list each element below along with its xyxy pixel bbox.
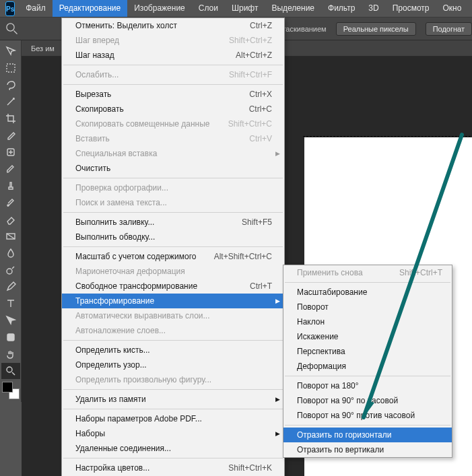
- menu-item-label: Очистить: [75, 164, 272, 173]
- menu-item-label: Определить произвольную фигуру...: [75, 375, 272, 384]
- transform-submenu-item[interactable]: Перспектива: [283, 344, 452, 359]
- transform-submenu-item[interactable]: Поворот: [283, 300, 452, 314]
- actual-pixels-button[interactable]: Реальные пикселы: [336, 22, 416, 36]
- svg-point-4: [7, 205, 9, 206]
- menu-item-label: Скопировать: [75, 104, 249, 114]
- menu-item-label: Наклон: [297, 317, 442, 327]
- menu-item-shortcut: Ctrl+T: [250, 281, 272, 291]
- menu-редактирование[interactable]: Редактирование: [53, 0, 127, 17]
- edit-menu-item[interactable]: СкопироватьCtrl+C: [62, 102, 284, 116]
- svg-point-6: [7, 269, 12, 274]
- menu-item-shortcut: Shift+Ctrl+C: [228, 119, 272, 129]
- submenu-arrow-icon: ▶: [275, 430, 280, 437]
- edit-menu-item[interactable]: Трансформирование▶: [62, 294, 284, 308]
- transform-submenu-item[interactable]: Наклон: [283, 314, 452, 329]
- edit-menu-item[interactable]: Выполнить заливку...Shift+F5: [62, 215, 284, 230]
- transform-submenu-item[interactable]: Поворот на 90° против часовой: [283, 408, 452, 423]
- edit-menu-item[interactable]: Отменить: Выделить холстCtrl+Z: [62, 18, 284, 33]
- edit-menu-item[interactable]: Наборы параметров Adobe PDF...: [62, 411, 284, 426]
- submenu-arrow-icon: ▶: [275, 396, 280, 403]
- transform-submenu-item[interactable]: Поворот на 180°: [283, 378, 452, 393]
- tool-marquee[interactable]: [1, 60, 20, 76]
- menu-item-label: Шаг назад: [75, 50, 236, 60]
- edit-menu-item: Специальная вставка▶: [62, 146, 284, 161]
- edit-menu-item[interactable]: Определить кисть...: [62, 343, 284, 358]
- menu-item-shortcut: Alt+Shift+Ctrl+C: [214, 252, 272, 261]
- menu-item-label: Определить кисть...: [75, 345, 272, 355]
- tool-pen[interactable]: [1, 279, 20, 295]
- menu-item-label: Свободное трансформирование: [75, 281, 250, 291]
- tool-gradient[interactable]: [1, 228, 20, 244]
- tool-eyedrop[interactable]: [1, 127, 20, 143]
- tool-lasso[interactable]: [1, 77, 20, 93]
- transform-submenu-item[interactable]: Искажение: [283, 329, 452, 344]
- edit-menu-item[interactable]: Удаленные соединения...: [62, 441, 284, 456]
- tool-eraser[interactable]: [1, 211, 20, 228]
- toolbox: [0, 40, 22, 402]
- menu-файл[interactable]: Файл: [19, 0, 53, 17]
- transform-submenu-item[interactable]: Отразить по вертикали: [283, 442, 452, 457]
- menubar: Ps ФайлРедактированиеИзображениеСлоиШриф…: [0, 0, 472, 18]
- tool-dodge[interactable]: [1, 262, 20, 278]
- transform-submenu-item[interactable]: Поворот на 90° по часовой: [283, 393, 452, 408]
- edit-menu-item[interactable]: Удалить из памяти▶: [62, 392, 284, 407]
- edit-menu-item[interactable]: Наборы▶: [62, 426, 284, 441]
- tool-wand[interactable]: [1, 94, 20, 110]
- menu-item-label: Определить узор...: [75, 360, 272, 370]
- menu-item-shortcut: Shift+Ctrl+K: [228, 463, 272, 473]
- tool-history[interactable]: [1, 195, 20, 211]
- menu-item-label: Поворот на 90° по часовой: [297, 396, 442, 405]
- edit-menu-item[interactable]: Масштаб с учетом содержимогоAlt+Shift+Ct…: [62, 249, 284, 264]
- menu-изображение[interactable]: Изображение: [127, 0, 192, 17]
- menu-выделение[interactable]: Выделение: [265, 0, 321, 17]
- tool-brush[interactable]: [1, 161, 20, 177]
- menu-просмотр[interactable]: Просмотр: [386, 0, 436, 17]
- edit-menu-item[interactable]: Выполнить обводку...: [62, 230, 284, 244]
- menu-item-label: Удалить из памяти: [75, 395, 272, 404]
- edit-menu-item[interactable]: Шаг назадAlt+Ctrl+Z: [62, 48, 284, 63]
- tool-move[interactable]: [1, 43, 20, 59]
- menu-item-label: Марионеточная деформация: [75, 267, 272, 276]
- zoom-icon[interactable]: [5, 22, 19, 36]
- menu-item-label: Скопировать совмещенные данные: [75, 119, 228, 129]
- tool-heal[interactable]: [1, 144, 20, 160]
- svg-point-0: [7, 23, 14, 30]
- menu-шрифт[interactable]: Шрифт: [225, 0, 265, 17]
- edit-menu-item[interactable]: Очистить: [62, 161, 284, 176]
- menu-item-label: Наборы параметров Adobe PDF...: [75, 414, 272, 423]
- menu-item-label: Трансформирование: [75, 296, 272, 306]
- menu-сп[interactable]: Сп: [468, 0, 472, 17]
- tool-stamp[interactable]: [1, 178, 20, 194]
- transform-submenu-item[interactable]: Отразить по горизонтали: [283, 428, 452, 442]
- edit-menu-item[interactable]: Настройка цветов...Shift+Ctrl+K: [62, 461, 284, 475]
- edit-menu-item[interactable]: Определить узор...: [62, 358, 284, 372]
- tool-hand[interactable]: [1, 346, 20, 362]
- tool-crop[interactable]: [1, 110, 20, 127]
- color-swatches[interactable]: [2, 382, 20, 399]
- tool-blur[interactable]: [1, 245, 20, 261]
- menu-item-label: Применить снова: [297, 268, 399, 277]
- menu-item-label: Проверка орфографии...: [75, 183, 272, 193]
- transform-submenu-item[interactable]: Деформация: [283, 359, 452, 374]
- tool-path[interactable]: [1, 312, 20, 329]
- menu-item-label: Отразить по вертикали: [297, 445, 442, 454]
- tool-zoom[interactable]: [1, 363, 20, 379]
- menu-item-label: Выполнить заливку...: [75, 217, 242, 227]
- transform-submenu-item[interactable]: Масштабирование: [283, 285, 452, 300]
- edit-menu-item[interactable]: Свободное трансформированиеCtrl+T: [62, 279, 284, 294]
- menu-слои[interactable]: Слои: [192, 0, 225, 17]
- menu-окно[interactable]: Окно: [436, 0, 469, 17]
- document-tab[interactable]: Без им: [31, 44, 55, 53]
- tool-type[interactable]: [1, 296, 20, 312]
- submenu-arrow-icon: ▶: [275, 150, 280, 157]
- tool-shape[interactable]: [1, 329, 20, 345]
- svg-line-1: [14, 30, 18, 34]
- fit-screen-button[interactable]: Подогнат: [426, 22, 472, 36]
- menu-item-shortcut: Ctrl+X: [249, 90, 272, 99]
- menu-фильтр[interactable]: Фильтр: [321, 0, 362, 17]
- menu-3d[interactable]: 3D: [362, 0, 385, 17]
- edit-menu-item[interactable]: ВырезатьCtrl+X: [62, 87, 284, 102]
- menu-item-shortcut: Shift+Ctrl+Z: [229, 36, 272, 45]
- menu-item-label: Масштаб с учетом содержимого: [75, 252, 214, 261]
- menu-item-shortcut: Alt+Ctrl+Z: [236, 50, 272, 60]
